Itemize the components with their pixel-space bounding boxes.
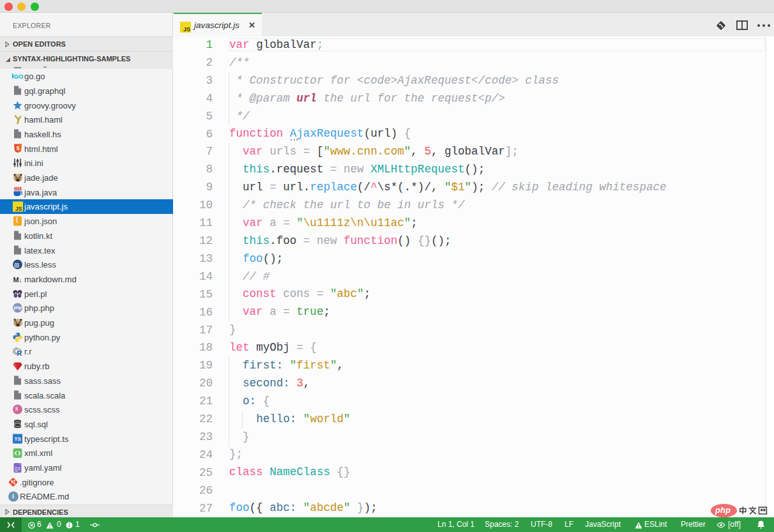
svg-text:5: 5 (16, 145, 19, 151)
svg-text:R: R (17, 349, 22, 356)
